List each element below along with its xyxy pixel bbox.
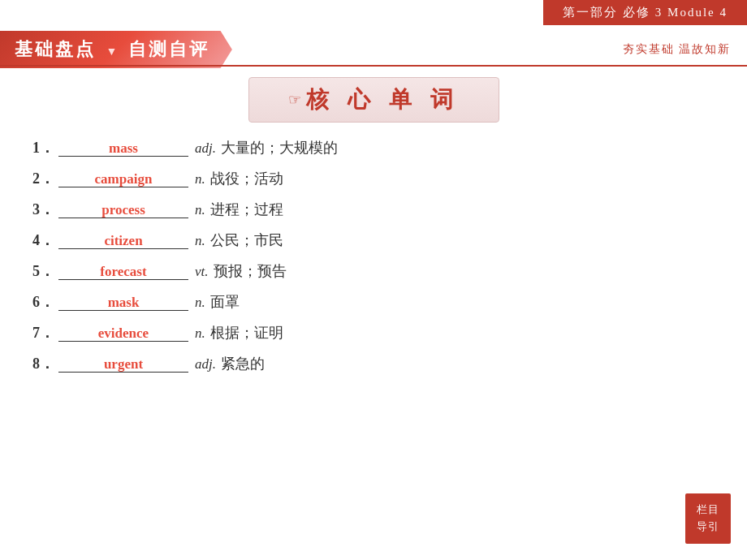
vocab-word: citizen <box>104 233 142 248</box>
vocab-word: urgent <box>104 356 143 372</box>
vocab-word: evidence <box>98 325 149 341</box>
left-banner: 基础盘点 ▼ 自测自评 <box>0 31 232 68</box>
top-header-text: 第一部分 必修 3 Module 4 <box>563 6 728 19</box>
vocab-item: 4． citizen n. 公民；市民 <box>32 230 715 250</box>
vocab-item: 3． process n. 进程；过程 <box>32 200 715 219</box>
vocab-blank-7: evidence <box>58 325 188 342</box>
vocab-item: 5． forecast vt. 预报；预告 <box>32 261 715 281</box>
vocab-number: 7． <box>32 323 58 342</box>
vocab-pos: n. <box>195 233 205 249</box>
right-subtitle: 夯实基础 温故知新 <box>623 42 732 57</box>
vocab-pos: n. <box>195 171 205 187</box>
vocab-pos: n. <box>195 202 205 218</box>
vocab-blank-4: citizen <box>58 232 188 249</box>
vocab-underline <box>58 341 188 342</box>
vocab-underline <box>58 248 188 249</box>
vocab-pos: adj. <box>195 140 216 157</box>
vocab-item: 7． evidence n. 根据；证明 <box>32 323 715 342</box>
left-banner-title: 基础盘点 ▼ 自测自评 <box>15 39 209 59</box>
header-divider <box>0 65 747 67</box>
vocab-meaning: 战役；活动 <box>210 169 283 188</box>
vocab-blank-2: campaign <box>58 170 188 187</box>
top-header-bar: 第一部分 必修 3 Module 4 <box>543 0 747 25</box>
nav-button-line1: 栏目 <box>697 502 719 519</box>
vocab-pos: vt. <box>195 264 209 280</box>
vocab-item: 2． campaign n. 战役；活动 <box>32 169 715 188</box>
vocab-word: process <box>101 202 145 218</box>
vocab-underline <box>58 218 188 218</box>
section-title-icon: ☞ <box>288 91 301 109</box>
vocab-blank-8: urgent <box>58 355 188 373</box>
vocab-meaning: 根据；证明 <box>210 323 283 342</box>
vocab-blank-3: process <box>58 201 188 218</box>
section-title-text: 核 心 单 词 <box>306 84 460 115</box>
vocab-word: mass <box>109 140 138 156</box>
vocab-underline <box>58 156 188 157</box>
vocab-number: 5． <box>32 261 58 281</box>
vocab-blank-6: mask <box>58 294 188 311</box>
vocab-number: 3． <box>32 200 58 219</box>
vocab-meaning: 预报；预告 <box>214 261 287 281</box>
vocab-word: forecast <box>100 264 146 279</box>
vocab-meaning: 公民；市民 <box>210 230 283 250</box>
vocab-item: 1． mass adj. 大量的；大规模的 <box>32 138 715 157</box>
vocab-underline <box>58 187 188 187</box>
vocab-pos: n. <box>195 295 205 311</box>
vocab-number: 2． <box>32 169 58 188</box>
vocab-blank-5: forecast <box>58 263 188 280</box>
nav-button-line2: 导引 <box>697 519 719 536</box>
vocab-meaning: 进程；过程 <box>210 200 283 219</box>
vocab-meaning: 大量的；大规模的 <box>221 138 338 157</box>
vocab-underline <box>58 279 188 280</box>
vocab-item: 6． mask n. 面罩 <box>32 292 715 312</box>
vocab-word: campaign <box>95 171 153 187</box>
vocab-list: 1． mass adj. 大量的；大规模的 2． campaign n. 战役；… <box>32 138 715 385</box>
vocab-meaning: 紧急的 <box>221 354 265 373</box>
vocab-number: 4． <box>32 230 58 250</box>
vocab-number: 8． <box>32 354 58 373</box>
vocab-underline <box>58 310 188 311</box>
vocab-pos: n. <box>195 325 205 342</box>
vocab-underline <box>58 372 188 373</box>
vocab-word: mask <box>108 295 140 310</box>
vocab-pos: adj. <box>195 356 216 373</box>
vocab-blank-1: mass <box>58 140 188 157</box>
section-title-container: ☞ 核 心 单 词 <box>0 77 747 123</box>
vocab-item: 8． urgent adj. 紧急的 <box>32 354 715 373</box>
section-title-bg: ☞ 核 心 单 词 <box>248 77 499 123</box>
vocab-meaning: 面罩 <box>210 292 240 312</box>
vocab-number: 1． <box>32 138 58 157</box>
nav-button[interactable]: 栏目 导引 <box>685 493 731 544</box>
vocab-number: 6． <box>32 292 58 312</box>
